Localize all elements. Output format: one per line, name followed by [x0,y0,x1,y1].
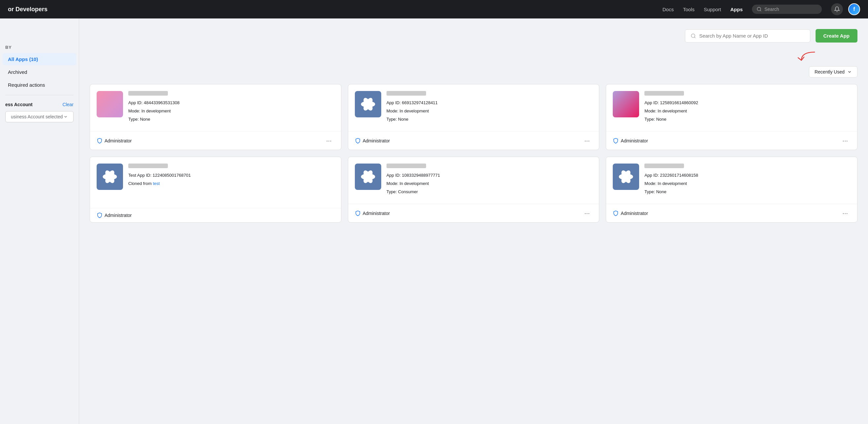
notification-bell[interactable] [831,3,843,15]
nav-search-icon [756,7,762,12]
admin-badge-1: Administrator [97,138,132,144]
more-button-5[interactable]: ··· [582,208,593,218]
app-search-input[interactable] [699,33,804,39]
app-search-icon [690,33,696,39]
dropdown-chevron-icon [63,115,68,119]
svg-point-1 [691,34,695,37]
app-id-5: App ID: 1083329488977771 [386,172,440,179]
app-card-6-footer: Administrator ··· [606,204,857,222]
sort-dropdown[interactable]: Recently Used [809,66,858,77]
nav-search-box[interactable] [752,5,822,14]
app-type-3: Type: None [644,116,698,123]
app-info-1: App ID: 484433963531308 Mode: In develop… [128,91,179,126]
clear-button[interactable]: Clear [63,102,73,107]
app-mode-5: Mode: In development [386,181,440,187]
svg-point-0 [757,7,761,11]
more-button-2[interactable]: ··· [582,135,593,146]
app-card-1: App ID: 484433963531308 Mode: In develop… [90,84,341,150]
shield-icon-5 [355,210,361,216]
app-mode-3: Mode: In development [644,108,698,115]
sidebar: by All Apps (10) Archived Required actio… [0,19,79,424]
app-card-6-body: App ID: 2322601714608158 Mode: In develo… [606,157,857,204]
bell-icon [834,6,840,12]
atom-icon-2 [360,96,376,112]
app-icon-2 [355,91,381,118]
nav-support[interactable]: Support [704,7,721,12]
app-icon-3 [613,91,639,118]
app-card-5: App ID: 1083329488977771 Mode: In develo… [348,157,599,223]
nav-links: Docs Tools Support Apps f [662,3,860,15]
app-card-3-body: App ID: 1258916614860092 Mode: In develo… [606,85,857,131]
main-content: Create App Recently Used [79,19,868,424]
admin-badge-3: Administrator [613,138,648,144]
admin-label-2: Administrator [363,138,390,143]
sidebar-item-all-apps[interactable]: All Apps (10) [3,53,76,65]
app-mode-1: Mode: In development [128,108,179,115]
sidebar-all-apps-label: All Apps (10) [8,56,38,62]
app-image-3 [613,91,639,118]
shield-icon-6 [613,210,619,216]
sidebar-item-archived[interactable]: Archived [3,66,76,78]
app-name-blur-6 [644,164,684,168]
app-search-box[interactable] [685,29,810,42]
app-icon-5 [355,164,381,190]
shield-icon-2 [355,138,361,144]
app-mode-6: Mode: In development [644,181,698,187]
app-info-5: App ID: 1083329488977771 Mode: In develo… [386,164,440,198]
atom-icon-5 [360,169,376,185]
more-button-1[interactable]: ··· [323,135,334,146]
admin-badge-5: Administrator [355,210,390,216]
app-info-3: App ID: 1258916614860092 Mode: In develo… [644,91,698,126]
shield-icon-1 [97,138,102,144]
apps-grid: App ID: 484433963531308 Mode: In develop… [90,84,858,223]
app-card-3-footer: Administrator ··· [606,131,857,150]
admin-badge-6: Administrator [613,210,648,216]
nav-icons: f [831,3,860,15]
shield-icon-4 [97,212,102,218]
filter-by-label: by [0,45,79,53]
app-mode-2: Mode: In development [386,108,438,115]
app-id-3: App ID: 1258916614860092 [644,100,698,106]
app-icon-4 [97,164,123,190]
app-type-5: Type: Consumer [386,189,440,196]
app-card-3: App ID: 1258916614860092 Mode: In develo… [606,84,858,150]
nav-search-input[interactable] [765,7,817,12]
sidebar-item-required-actions[interactable]: Required actions [3,79,76,91]
nav-tools[interactable]: Tools [683,7,694,12]
create-app-button[interactable]: Create App [815,29,858,42]
sort-chevron-icon [847,70,852,74]
atom-icon-6 [618,169,634,185]
app-name-blur-4 [128,164,168,168]
top-navigation: or Developers Docs Tools Support Apps f [0,0,868,19]
sidebar-divider [5,95,73,95]
nav-docs[interactable]: Docs [662,7,674,12]
app-info-4: Test App ID: 1224085001768701 Cloned fro… [128,164,191,203]
app-clone-4: Cloned from test [128,181,191,187]
admin-label-6: Administrator [621,211,648,216]
app-card-2-body: App ID: 669132974128411 Mode: In develop… [348,85,599,131]
app-card-1-body: App ID: 484433963531308 Mode: In develop… [90,85,341,131]
atom-icon-4 [102,169,118,185]
business-account-dropdown-label: usiness Account selected [11,114,63,119]
sort-label: Recently Used [814,69,845,74]
app-name-blur-1 [128,91,168,96]
more-button-6[interactable]: ··· [840,208,850,218]
nav-apps[interactable]: Apps [731,7,743,12]
app-card-5-body: App ID: 1083329488977771 Mode: In develo… [348,157,599,204]
app-card-6: App ID: 2322601714608158 Mode: In develo… [606,157,858,223]
arrow-icon [792,51,818,64]
app-card-2-footer: Administrator ··· [348,131,599,150]
clone-link-4[interactable]: test [153,181,160,186]
admin-badge-4: Administrator [97,212,132,218]
business-account-label: ess Account [5,102,33,107]
sidebar-required-label: Required actions [8,82,45,88]
more-button-3[interactable]: ··· [840,135,850,146]
admin-label-1: Administrator [104,138,132,143]
sidebar-archived-label: Archived [8,69,27,75]
app-card-5-footer: Administrator ··· [348,204,599,222]
admin-label-4: Administrator [104,213,132,218]
app-card-4-body: Test App ID: 1224085001768701 Cloned fro… [90,157,341,208]
business-account-dropdown[interactable]: usiness Account selected [5,111,73,122]
main-top-bar: Create App [90,29,858,42]
user-avatar[interactable]: f [848,3,860,15]
